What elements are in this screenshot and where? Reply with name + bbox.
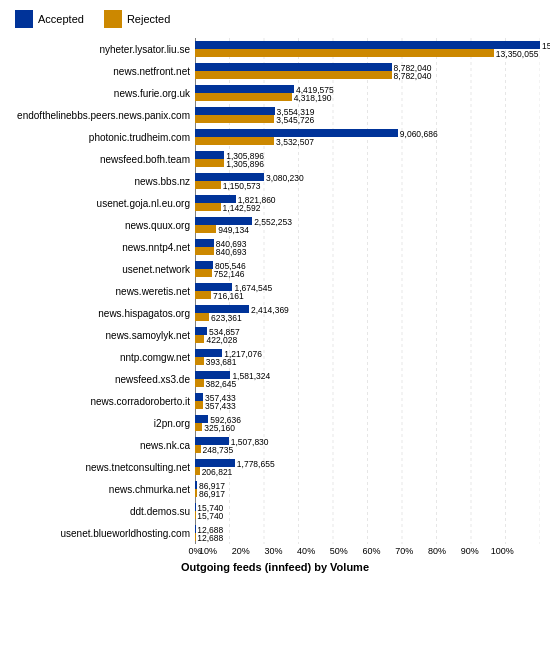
x-tick-label: 80% <box>421 546 454 556</box>
bar-row: 2,552,253949,134 <box>195 214 540 236</box>
rejected-value: 840,693 <box>216 247 247 257</box>
row-label: news.quux.org <box>10 214 195 236</box>
rejected-bar: 382,645 <box>195 379 204 387</box>
row-label: news.bbs.nz <box>10 170 195 192</box>
row-label: nntp.comgw.net <box>10 346 195 368</box>
row-label: news.furie.org.uk <box>10 82 195 104</box>
x-axis: 0%10%20%30%40%50%60%70%80%90%100% <box>195 546 540 556</box>
bar-row: 2,414,369623,361 <box>195 302 540 324</box>
x-tick-label: 20% <box>224 546 257 556</box>
accepted-bar: 1,778,655 <box>195 459 235 467</box>
chart-container: Accepted Rejected nyheter.lysator.liu.se… <box>0 0 550 655</box>
row-label: news.netfront.net <box>10 60 195 82</box>
rejected-value: 1,150,573 <box>223 181 261 191</box>
accepted-value: 1,581,324 <box>232 371 270 381</box>
bar-row: 357,433357,433 <box>195 390 540 412</box>
accepted-bar: 4,419,575 <box>195 85 294 93</box>
rejected-value: 86,917 <box>199 489 225 499</box>
bar-row: 1,674,545716,161 <box>195 280 540 302</box>
rejected-value: 248,735 <box>203 445 234 455</box>
row-label: news.corradoroberto.it <box>10 390 195 412</box>
rejected-bar: 393,681 <box>195 357 204 365</box>
rejected-value: 3,545,726 <box>276 115 314 125</box>
legend-rejected: Rejected <box>104 10 170 28</box>
rejected-value: 382,645 <box>206 379 237 389</box>
x-tick-label: 100% <box>486 546 519 556</box>
legend-accepted-box <box>15 10 33 28</box>
accepted-value: 15,412,098 <box>542 41 550 51</box>
bar-row: 8,782,0408,782,040 <box>195 60 540 82</box>
accepted-bar: 840,693 <box>195 239 214 247</box>
row-label: ddt.demos.su <box>10 500 195 522</box>
accepted-bar: 534,857 <box>195 327 207 335</box>
legend-accepted-label: Accepted <box>38 13 84 25</box>
rejected-bar: 3,545,726 <box>195 115 274 123</box>
row-label: usenet.network <box>10 258 195 280</box>
rejected-bar: 325,160 <box>195 423 202 431</box>
rejected-value: 3,532,507 <box>276 137 314 147</box>
row-label: usenet.blueworldhosting.com <box>10 522 195 544</box>
x-tick-label: 40% <box>290 546 323 556</box>
rejected-value: 393,681 <box>206 357 237 367</box>
row-label: news.tnetconsulting.net <box>10 456 195 478</box>
rejected-value: 357,433 <box>205 401 236 411</box>
row-label: news.samoylyk.net <box>10 324 195 346</box>
bar-row: 9,060,6863,532,507 <box>195 126 540 148</box>
rejected-value: 422,028 <box>206 335 237 345</box>
bar-row: 1,778,655206,821 <box>195 456 540 478</box>
bar-row: 840,693840,693 <box>195 236 540 258</box>
row-label: newsfeed.xs3.de <box>10 368 195 390</box>
row-label: nyheter.lysator.liu.se <box>10 38 195 60</box>
x-tick-label: 50% <box>322 546 355 556</box>
accepted-value: 2,414,369 <box>251 305 289 315</box>
bar-row: 15,412,09813,350,055 <box>195 38 540 60</box>
rejected-value: 949,134 <box>218 225 249 235</box>
x-tick-label: 10% <box>192 546 225 556</box>
x-tick-label: 90% <box>453 546 486 556</box>
accepted-bar: 805,546 <box>195 261 213 269</box>
rejected-bar: 248,735 <box>195 445 201 453</box>
accepted-bar: 15,412,098 <box>195 41 540 49</box>
rejected-bar: 949,134 <box>195 225 216 233</box>
rejected-bar: 1,305,896 <box>195 159 224 167</box>
rejected-bar: 206,821 <box>195 467 200 475</box>
row-label: news.weretis.net <box>10 280 195 302</box>
bar-row: 1,507,830248,735 <box>195 434 540 456</box>
accepted-bar: 86,917 <box>195 481 197 489</box>
bar-row: 86,91786,917 <box>195 478 540 500</box>
accepted-value: 1,778,655 <box>237 459 275 469</box>
bar-row: 4,419,5754,318,190 <box>195 82 540 104</box>
accepted-value: 2,552,253 <box>254 217 292 227</box>
accepted-bar: 1,581,324 <box>195 371 230 379</box>
accepted-bar: 357,433 <box>195 393 203 401</box>
rejected-value: 4,318,190 <box>294 93 332 103</box>
rejected-value: 8,782,040 <box>394 71 432 81</box>
rejected-value: 13,350,055 <box>496 49 539 59</box>
rejected-bar: 8,782,040 <box>195 71 392 79</box>
rejected-bar: 840,693 <box>195 247 214 255</box>
legend: Accepted Rejected <box>10 10 540 28</box>
accepted-bar: 2,414,369 <box>195 305 249 313</box>
bars-column: 15,412,09813,350,0558,782,0408,782,0404,… <box>195 38 540 544</box>
rejected-value: 623,361 <box>211 313 242 323</box>
accepted-bar: 3,554,319 <box>195 107 275 115</box>
rejected-bar: 3,532,507 <box>195 137 274 145</box>
rejected-bar: 1,150,573 <box>195 181 221 189</box>
row-label: newsfeed.bofh.team <box>10 148 195 170</box>
row-label: photonic.trudheim.com <box>10 126 195 148</box>
accepted-bar: 1,507,830 <box>195 437 229 445</box>
rejected-value: 716,161 <box>213 291 244 301</box>
rejected-bar: 4,318,190 <box>195 93 292 101</box>
labels-column: nyheter.lysator.liu.senews.netfront.netn… <box>10 38 195 544</box>
rejected-value: 752,146 <box>214 269 245 279</box>
rejected-bar: 13,350,055 <box>195 49 494 57</box>
accepted-bar: 8,782,040 <box>195 63 392 71</box>
row-label: news.nk.ca <box>10 434 195 456</box>
accepted-value: 1,507,830 <box>231 437 269 447</box>
row-label: news.nntp4.net <box>10 236 195 258</box>
rejected-bar: 752,146 <box>195 269 212 277</box>
accepted-bar: 1,217,076 <box>195 349 222 357</box>
bar-row: 805,546752,146 <box>195 258 540 280</box>
chart-title: Outgoing feeds (innfeed) by Volume <box>10 561 540 573</box>
rejected-value: 1,305,896 <box>226 159 264 169</box>
